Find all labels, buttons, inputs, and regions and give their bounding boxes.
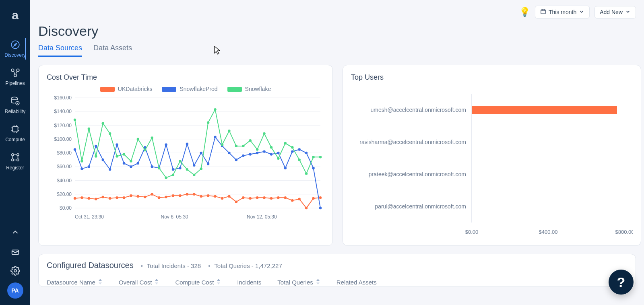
svg-point-59 (235, 200, 237, 203)
svg-point-136 (270, 146, 272, 148)
svg-point-43 (123, 196, 125, 199)
svg-point-137 (277, 157, 279, 160)
sidebar-item-reliability[interactable]: Reliability (4, 91, 26, 119)
svg-rect-148 (472, 138, 472, 146)
svg-point-130 (228, 130, 230, 132)
tab-data-assets[interactable]: Data Assets (93, 44, 132, 57)
cost-line-chart[interactable]: $0.00$20.00$40.00$60.00$80.00$100.00$120… (47, 95, 324, 224)
inbox-icon[interactable] (10, 246, 21, 257)
register-icon (10, 152, 21, 163)
svg-point-112 (102, 122, 104, 124)
chevron-down-icon (625, 9, 631, 16)
svg-point-90 (200, 152, 202, 154)
legend-item[interactable]: SnowflakeProd (162, 86, 217, 92)
svg-point-101 (277, 152, 279, 154)
svg-text:$80.00: $80.00 (57, 150, 72, 156)
svg-point-100 (270, 153, 272, 155)
date-range-label: This month (549, 9, 576, 15)
svg-point-69 (305, 207, 308, 209)
legend-item[interactable]: Snowflake (227, 86, 271, 92)
column-header-compute-cost[interactable]: Compute Cost (175, 279, 221, 286)
avatar[interactable]: PA (7, 282, 23, 299)
total-incidents: • Total Incidents - 328 (141, 262, 201, 269)
tab-data-sources[interactable]: Data Sources (38, 44, 82, 57)
legend-item[interactable]: UKDatabricks (100, 86, 153, 92)
lightbulb-icon[interactable]: 💡 (519, 7, 530, 17)
calendar-icon (540, 8, 546, 16)
svg-point-105 (305, 152, 308, 154)
svg-text:prateek@accelcentral.onmicroso: prateek@accelcentral.onmicrosoft.com (369, 171, 466, 177)
card-top-users: Top Users umesh@accelcentral.onmicrosoft… (343, 65, 641, 246)
svg-point-88 (186, 143, 188, 145)
svg-point-56 (214, 195, 216, 198)
svg-point-39 (95, 198, 97, 200)
sidebar-item-label: Reliability (5, 109, 25, 114)
add-new-button[interactable]: Add New (594, 6, 636, 19)
db-check-icon (10, 96, 21, 106)
sidebar-item-compute[interactable]: Compute (4, 119, 26, 147)
svg-point-60 (242, 196, 244, 199)
chart-legend: UKDatabricksSnowflakeProdSnowflake (47, 86, 324, 92)
compass-icon (10, 39, 21, 50)
svg-text:umesh@accelcentral.onmicrosoft: umesh@accelcentral.onmicrosoft.com (370, 107, 466, 113)
svg-text:$140.00: $140.00 (54, 109, 72, 114)
svg-point-53 (193, 193, 195, 196)
sidebar-item-register[interactable]: Register (4, 147, 26, 175)
sidebar-item-label: Pipelines (5, 80, 25, 86)
svg-text:Oct 31, 23:30: Oct 31, 23:30 (75, 214, 104, 220)
svg-point-52 (186, 193, 188, 196)
svg-point-127 (207, 121, 209, 124)
svg-text:Nov 12, 05:30: Nov 12, 05:30 (247, 214, 277, 220)
svg-point-41 (109, 197, 111, 200)
svg-point-80 (130, 165, 132, 168)
svg-point-141 (305, 172, 308, 175)
top-users-bar-chart[interactable]: umesh@accelcentral.onmicrosoft.comravish… (351, 86, 633, 239)
svg-point-135 (263, 132, 265, 135)
svg-point-10 (11, 159, 13, 161)
svg-point-111 (95, 155, 97, 157)
help-button[interactable]: ? (609, 270, 634, 295)
svg-point-106 (312, 167, 314, 169)
page-title: Discovery (38, 23, 636, 39)
svg-point-113 (109, 132, 111, 135)
gear-icon[interactable] (10, 266, 21, 276)
svg-point-89 (193, 164, 195, 167)
configured-datasources-card: Configured Datasources • Total Incidents… (38, 254, 636, 287)
svg-point-98 (256, 152, 258, 154)
date-range-button[interactable]: This month (535, 6, 590, 19)
column-header-datasource-name[interactable]: Datasource Name (47, 279, 103, 286)
sidebar-item-discovery[interactable]: Discovery (4, 35, 26, 63)
svg-point-142 (312, 156, 314, 158)
svg-point-48 (158, 196, 160, 199)
svg-point-4 (14, 74, 17, 77)
svg-point-57 (221, 197, 223, 200)
svg-point-96 (242, 155, 244, 157)
svg-text:$20.00: $20.00 (57, 192, 72, 197)
svg-point-11 (17, 159, 19, 161)
svg-point-51 (179, 194, 181, 197)
svg-text:$800.00: $800.00 (615, 229, 633, 235)
svg-point-64 (270, 197, 272, 200)
main-content: 💡 This month Add New Discovery Data Sour… (30, 0, 644, 305)
topbar: 💡 This month Add New (38, 0, 636, 21)
sort-icon (216, 279, 221, 286)
svg-point-63 (263, 196, 265, 199)
svg-text:$0.00: $0.00 (60, 205, 72, 211)
svg-text:parul@accelcentral.onmicrosoft: parul@accelcentral.onmicrosoft.com (375, 203, 466, 210)
svg-point-108 (74, 119, 76, 121)
column-header-total-queries[interactable]: Total Queries (277, 279, 320, 286)
svg-point-117 (137, 138, 139, 140)
svg-point-140 (298, 159, 301, 161)
pipeline-icon (10, 68, 21, 78)
svg-point-49 (165, 196, 167, 198)
svg-point-91 (207, 163, 209, 165)
sidebar-item-pipelines[interactable]: Pipelines (4, 63, 26, 91)
svg-point-38 (88, 197, 90, 200)
svg-point-133 (249, 139, 252, 142)
collapse-icon[interactable] (10, 227, 21, 237)
column-header-overall-cost[interactable]: Overall Cost (119, 279, 159, 286)
svg-text:$40.00: $40.00 (57, 178, 72, 183)
svg-text:$100.00: $100.00 (54, 136, 72, 142)
svg-point-139 (291, 146, 293, 148)
sidebar-item-label: Discovery (4, 52, 26, 58)
